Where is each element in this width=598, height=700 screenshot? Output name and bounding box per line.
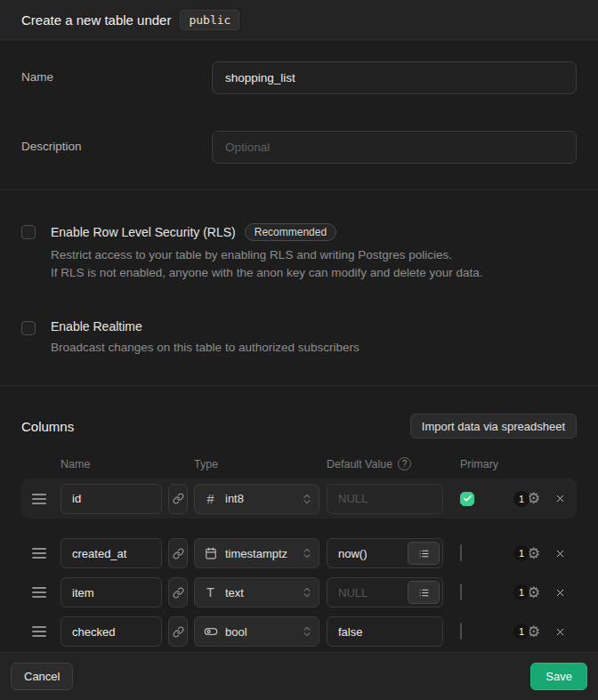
realtime-description: Broadcast changes on this table to autho…	[51, 339, 577, 357]
rls-description: Restrict access to your table by enablin…	[51, 246, 577, 282]
primary-checkbox[interactable]	[460, 492, 474, 506]
remove-column-button[interactable]	[554, 625, 567, 639]
header-name: Name	[61, 458, 194, 471]
settings-count-badge: 1	[513, 491, 529, 507]
create-table-panel: Create a new table under public Name Des…	[0, 0, 598, 700]
chevron-up-down-icon	[301, 493, 313, 505]
column-type-select[interactable]: T text	[194, 577, 319, 607]
schema-badge: public	[180, 10, 239, 30]
column-name-input[interactable]	[61, 484, 162, 514]
close-icon	[554, 493, 566, 504]
realtime-label: Enable Realtime	[51, 319, 142, 334]
drag-handle-icon[interactable]	[32, 548, 46, 559]
remove-column-button[interactable]	[554, 492, 567, 505]
foreign-key-link-icon[interactable]	[168, 616, 188, 647]
primary-checkbox[interactable]	[460, 623, 462, 640]
description-row: Description	[21, 131, 577, 164]
foreign-key-link-icon[interactable]	[168, 538, 188, 568]
panel-title: Create a new table under	[21, 12, 171, 28]
table-info-section: Name Description	[0, 40, 598, 190]
foreign-key-link-icon[interactable]	[168, 484, 188, 514]
panel-header: Create a new table under public	[0, 0, 598, 40]
column-row-id: # int8 1 ⚙	[21, 479, 577, 519]
panel-footer: Cancel Save	[0, 652, 598, 700]
primary-checkbox[interactable]	[460, 544, 462, 561]
column-settings-button[interactable]: 1 ⚙	[513, 491, 540, 507]
column-type-select[interactable]: bool	[194, 616, 319, 647]
table-description-input[interactable]	[212, 131, 577, 164]
column-row-item: T text 1 ⚙	[21, 573, 577, 612]
columns-section: Columns Import data via spreadsheet Name…	[0, 386, 598, 652]
name-label: Name	[21, 61, 212, 94]
foreign-key-link-icon[interactable]	[168, 577, 188, 607]
header-primary: Primary	[460, 458, 498, 471]
help-icon[interactable]: ?	[398, 457, 411, 471]
chevron-up-down-icon	[301, 547, 313, 559]
suggestions-list-icon[interactable]	[408, 542, 440, 565]
import-spreadsheet-button[interactable]: Import data via spreadsheet	[410, 414, 577, 439]
drag-handle-icon[interactable]	[32, 587, 46, 598]
calendar-icon	[203, 547, 218, 559]
remove-column-button[interactable]	[554, 586, 567, 599]
table-name-input[interactable]	[212, 61, 577, 94]
header-default-value: Default Value	[327, 458, 392, 471]
columns-title: Columns	[21, 419, 74, 434]
column-row-checked: bool 1 ⚙	[21, 612, 577, 651]
column-default-input[interactable]	[327, 484, 443, 514]
header-type: Type	[194, 458, 327, 471]
column-name-input[interactable]	[61, 616, 162, 647]
chevron-up-down-icon	[301, 586, 313, 599]
drag-handle-icon[interactable]	[32, 494, 46, 504]
close-icon	[554, 626, 566, 638]
save-button[interactable]: Save	[530, 663, 587, 690]
rls-checkbox[interactable]	[21, 225, 36, 239]
column-default-input[interactable]	[327, 616, 443, 647]
columns-header-row: Name Type Default Value ? Primary	[21, 457, 577, 471]
column-settings-button[interactable]: 1 ⚙	[513, 545, 540, 561]
rls-label: Enable Row Level Security (RLS)	[51, 225, 236, 239]
rls-option: Enable Row Level Security (RLS) Recommen…	[21, 223, 577, 282]
text-icon: T	[203, 585, 218, 599]
remove-column-button[interactable]	[554, 547, 567, 560]
cancel-button[interactable]: Cancel	[11, 663, 73, 690]
settings-count-badge: 1	[513, 584, 529, 600]
suggestions-list-icon[interactable]	[408, 581, 440, 604]
drag-handle-icon[interactable]	[32, 626, 46, 637]
column-name-input[interactable]	[61, 538, 162, 568]
close-icon	[554, 548, 566, 559]
column-settings-button[interactable]: 1 ⚙	[513, 584, 540, 600]
settings-count-badge: 1	[513, 624, 529, 640]
description-label: Description	[21, 131, 212, 164]
column-type-select[interactable]: # int8	[194, 484, 319, 514]
primary-checkbox[interactable]	[460, 583, 462, 600]
realtime-checkbox[interactable]	[21, 321, 36, 335]
column-row-created-at: timestamptz 1 ⚙	[21, 534, 577, 573]
toggle-icon	[203, 624, 218, 639]
recommended-badge: Recommended	[245, 223, 336, 241]
hash-icon: #	[203, 492, 218, 506]
check-icon	[463, 494, 473, 503]
settings-count-badge: 1	[513, 545, 529, 561]
chevron-up-down-icon	[301, 625, 313, 638]
column-settings-button[interactable]: 1 ⚙	[513, 624, 540, 640]
close-icon	[554, 587, 566, 599]
name-row: Name	[21, 61, 577, 94]
column-type-select[interactable]: timestamptz	[194, 538, 319, 568]
realtime-option: Enable Realtime Broadcast changes on thi…	[21, 319, 577, 357]
column-name-input[interactable]	[61, 577, 162, 607]
table-options-section: Enable Row Level Security (RLS) Recommen…	[0, 190, 598, 386]
